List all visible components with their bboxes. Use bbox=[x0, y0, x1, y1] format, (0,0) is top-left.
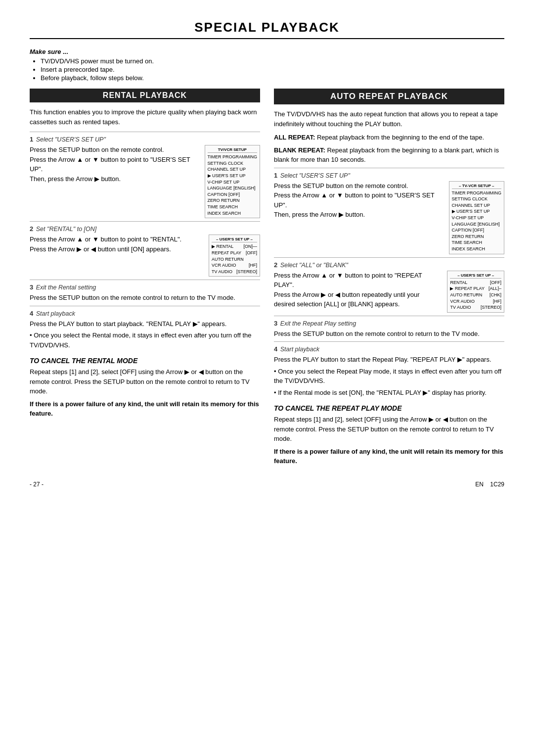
step-line: Press the PLAY button to start the Repea… bbox=[274, 355, 504, 365]
cancel-repeat-text: Repeat steps [1] and [2], select [OFF] u… bbox=[274, 415, 504, 444]
auto-step-3: 3 Exit the Repeat Play setting Press the… bbox=[274, 316, 504, 341]
step-content: Press the Arrow ▲ or ▼ button to point t… bbox=[274, 271, 504, 313]
step-text: Press the PLAY button to start playback.… bbox=[30, 319, 260, 350]
step-heading: Exit the Repeat Play setting bbox=[280, 320, 356, 327]
step-header: 2 Select "ALL" or "BLANK" bbox=[274, 261, 504, 269]
footer-code: 1C29 bbox=[490, 481, 504, 488]
footer-right: EN 1C29 bbox=[475, 481, 504, 488]
rental-intro: This function enables you to improve the… bbox=[30, 107, 260, 127]
step-text: Press the SETUP button on the remote con… bbox=[274, 329, 504, 339]
cancel-repeat-section: To Cancel the Repeat Play Mode Repeat st… bbox=[274, 404, 504, 466]
step-text: Press the SETUP button on the remote con… bbox=[30, 145, 200, 184]
step-line: • If the Rental mode is set [ON], the "R… bbox=[274, 388, 504, 398]
step-content: Press the SETUP button on the remote con… bbox=[274, 181, 504, 254]
rental-step-2: 2 Set "RENTAL" to [ON] Press the Arrow ▲… bbox=[30, 221, 260, 279]
rental-section: RENTAL PLAYBACK This function enables yo… bbox=[30, 89, 260, 466]
all-repeat-desc: ALL REPEAT: Repeat playback from the beg… bbox=[274, 133, 504, 142]
step-text: Press the Arrow ▲ or ▼ button to point t… bbox=[30, 235, 204, 254]
step-text: Press the Arrow ▲ or ▼ button to point t… bbox=[274, 271, 442, 309]
step-line: Press the SETUP button on the remote con… bbox=[274, 181, 444, 191]
step-heading: Start playback bbox=[280, 346, 319, 353]
step-line: Press the SETUP button on the remote con… bbox=[274, 329, 504, 339]
step-num: 1 bbox=[30, 136, 33, 143]
step-line: Press the Arrow ▲ or ▼ button to point t… bbox=[274, 190, 444, 210]
cancel-rental-section: To Cancel the Rental Mode Repeat steps [… bbox=[30, 357, 260, 419]
list-item: TV/DVD/VHS power must be turned on. bbox=[41, 57, 504, 65]
step-heading: Start playback bbox=[36, 310, 75, 317]
cancel-rental-text: Repeat steps [1] and [2], select [OFF] u… bbox=[30, 367, 260, 396]
step-heading: Select "USER'S SET UP" bbox=[280, 172, 350, 179]
footer: - 27 - EN 1C29 bbox=[30, 481, 504, 488]
step-heading: Select "ALL" or "BLANK" bbox=[280, 262, 348, 269]
step-line: • Once you select the Repeat Play mode, … bbox=[274, 367, 504, 386]
auto-step-2: 2 Select "ALL" or "BLANK" Press the Arro… bbox=[274, 257, 504, 315]
auto-repeat-warning: If there is a power failure of any kind,… bbox=[274, 447, 504, 466]
step-num: 4 bbox=[30, 310, 33, 317]
auto-repeat-intro: The TV/DVD/VHS has the auto repeat funct… bbox=[274, 109, 504, 129]
make-sure-section: Make sure ... TV/DVD/VHS power must be t… bbox=[30, 48, 504, 82]
step-header: 3 Exit the Repeat Play setting bbox=[274, 320, 504, 327]
all-repeat-text: Repeat playback from the beginning to th… bbox=[317, 134, 484, 141]
step-header: 1 Select "USER'S SET UP" bbox=[274, 172, 504, 179]
step-text: Press the PLAY button to start the Repea… bbox=[274, 355, 504, 397]
cancel-repeat-title: To Cancel the Repeat Play Mode bbox=[274, 404, 504, 412]
auto-repeat-title: AUTO REPEAT PLAYBACK bbox=[274, 89, 504, 104]
step-header: 2 Set "RENTAL" to [ON] bbox=[30, 225, 260, 233]
step-line: Press the Arrow ▲ or ▼ button to point t… bbox=[274, 271, 442, 290]
step-heading: Select "USER'S SET UP" bbox=[36, 136, 106, 143]
main-columns: RENTAL PLAYBACK This function enables yo… bbox=[30, 89, 504, 466]
list-item: Before playback, follow steps below. bbox=[41, 74, 504, 82]
auto-step2-menu: – USER'S SET UP – RENTAL[OFF] REPEAT PLA… bbox=[447, 271, 504, 313]
step-num: 2 bbox=[30, 225, 33, 233]
auto-step-1: 1 Select "USER'S SET UP" Press the SETUP… bbox=[274, 168, 504, 256]
footer-lang: EN bbox=[475, 481, 484, 488]
footer-page: - 27 - bbox=[30, 481, 44, 488]
rental-step1-menu: TV/VCR SETUP TIMER PROGRAMMING SETTING C… bbox=[205, 145, 261, 218]
blank-repeat-desc: BLANK REPEAT: Repeat playback from the b… bbox=[274, 145, 504, 165]
step-line: • Once you select the Rental mode, it st… bbox=[30, 331, 260, 350]
rental-step-3: 3 Exit the Rental setting Press the SETU… bbox=[30, 280, 260, 305]
make-sure-list: TV/DVD/VHS power must be turned on. Inse… bbox=[30, 57, 504, 82]
step-line: Press the Arrow ▲ or ▼ button to point t… bbox=[30, 155, 200, 174]
rental-step-1: 1 Select "USER'S SET UP" Press the SETUP… bbox=[30, 132, 260, 220]
blank-repeat-label: BLANK REPEAT: bbox=[274, 146, 325, 154]
step-num: 3 bbox=[274, 320, 277, 327]
step-content: Press the Arrow ▲ or ▼ button to point t… bbox=[30, 235, 260, 277]
step-line: Press the SETUP button on the remote con… bbox=[30, 145, 200, 155]
rental-step-4: 4 Start playback Press the PLAY button t… bbox=[30, 306, 260, 352]
auto-step1-menu: – TV-VCR SETUP – TIMER PROGRAMMING SETTI… bbox=[449, 181, 505, 254]
step-num: 1 bbox=[274, 172, 277, 179]
auto-repeat-section: AUTO REPEAT PLAYBACK The TV/DVD/VHS has … bbox=[274, 89, 504, 466]
all-repeat-label: ALL REPEAT: bbox=[274, 134, 315, 141]
step-line: Press the Arrow ▲ or ▼ button to point t… bbox=[30, 235, 204, 244]
auto-step-4: 4 Start playback Press the PLAY button t… bbox=[274, 341, 504, 399]
rental-warning: If there is a power failure of any kind,… bbox=[30, 399, 260, 419]
cancel-rental-title: To Cancel the Rental Mode bbox=[30, 357, 260, 365]
step-line: Press the SETUP button on the remote con… bbox=[30, 293, 260, 303]
list-item: Insert a prerecorded tape. bbox=[41, 66, 504, 73]
step-header: 1 Select "USER'S SET UP" bbox=[30, 136, 260, 143]
step-text: Press the SETUP button on the remote con… bbox=[30, 293, 260, 303]
step-heading: Set "RENTAL" to [ON] bbox=[36, 226, 97, 233]
step-num: 4 bbox=[274, 345, 277, 353]
make-sure-heading: Make sure ... bbox=[30, 48, 504, 55]
step-text: Press the SETUP button on the remote con… bbox=[274, 181, 444, 220]
rental-step2-menu: – USER'S SET UP – RENTAL[ON]— REPEAT PLA… bbox=[209, 235, 260, 277]
step-line: Press the Arrow ▶ or ◀ button repeatedly… bbox=[274, 290, 442, 309]
step-header: 4 Start playback bbox=[274, 345, 504, 353]
step-line: Then, press the Arrow ▶ button. bbox=[30, 174, 200, 184]
step-num: 3 bbox=[30, 284, 33, 291]
step-line: Press the PLAY button to start playback.… bbox=[30, 319, 260, 329]
page-title: SPECIAL PLAYBACK bbox=[30, 20, 504, 39]
step-line: Then, press the Arrow ▶ button. bbox=[274, 210, 444, 220]
step-num: 2 bbox=[274, 261, 277, 269]
step-content: Press the SETUP button on the remote con… bbox=[30, 145, 260, 218]
step-header: 4 Start playback bbox=[30, 310, 260, 317]
step-line: Press the Arrow ▶ or ◀ button until [ON]… bbox=[30, 244, 204, 254]
step-heading: Exit the Rental setting bbox=[36, 284, 96, 291]
step-header: 3 Exit the Rental setting bbox=[30, 284, 260, 291]
rental-title: RENTAL PLAYBACK bbox=[30, 89, 260, 102]
